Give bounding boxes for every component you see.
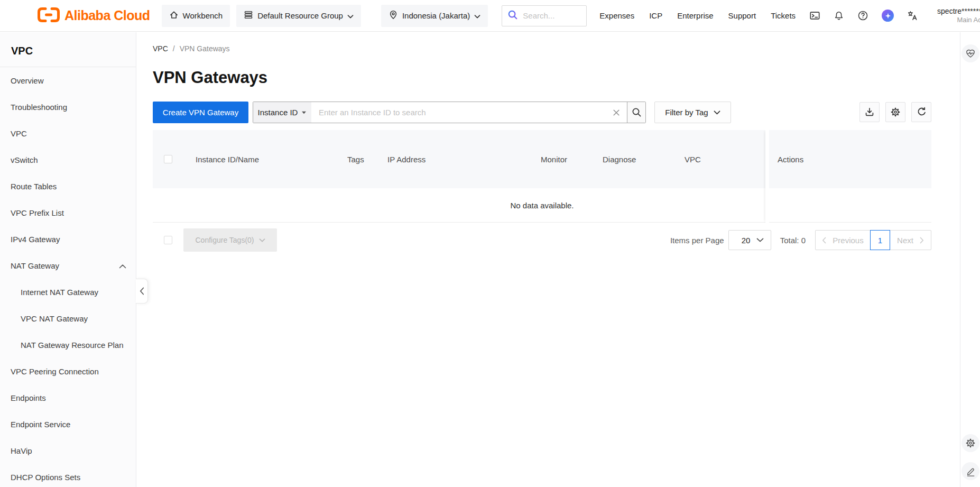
account-info[interactable]: spectre********@... Main Account bbox=[937, 6, 980, 25]
page-title: VPN Gateways bbox=[153, 68, 267, 87]
pencil-icon bbox=[966, 466, 976, 476]
column-instance-id-name: Instance ID/Name bbox=[196, 130, 259, 188]
chevron-down-icon bbox=[714, 111, 720, 115]
configure-tags-button[interactable]: Configure Tags(0) bbox=[183, 228, 277, 252]
column-diagnose: Diagnose bbox=[603, 130, 636, 188]
language-translate-icon[interactable] bbox=[907, 10, 918, 21]
region-label: Indonesia (Jakarta) bbox=[402, 11, 470, 20]
create-vpn-gateway-button[interactable]: Create VPN Gateway bbox=[153, 102, 248, 123]
sidebar-item-dhcp-options-sets[interactable]: DHCP Options Sets bbox=[0, 464, 136, 487]
refresh-icon bbox=[916, 107, 927, 117]
chevron-left-icon bbox=[140, 287, 144, 295]
vpn-gateways-table: Instance ID/Name Tags IP Address Monitor… bbox=[153, 130, 931, 223]
sidebar-item-endpoint-service[interactable]: Endpoint Service bbox=[0, 411, 136, 437]
sidebar-title: VPC bbox=[0, 32, 136, 67]
nav-support[interactable]: Support bbox=[728, 11, 756, 20]
sidebar-item-overview[interactable]: Overview bbox=[0, 67, 136, 94]
sidebar-item-vpc-peering-connection[interactable]: VPC Peering Connection bbox=[0, 358, 136, 384]
search-icon bbox=[507, 10, 518, 22]
filter-by-tag-button[interactable]: Filter by Tag bbox=[654, 102, 731, 123]
gear-icon bbox=[965, 438, 976, 448]
ai-assistant-icon[interactable] bbox=[882, 10, 894, 22]
page-size-value: 20 bbox=[742, 236, 751, 245]
rail-feedback-button[interactable] bbox=[961, 462, 979, 480]
refresh-button[interactable] bbox=[911, 102, 931, 122]
alibaba-cloud-logo[interactable]: Alibaba Cloud bbox=[37, 7, 150, 25]
logo-text: Alibaba Cloud bbox=[64, 8, 150, 23]
sidebar-item-troubleshooting[interactable]: Troubleshooting bbox=[0, 94, 136, 120]
sidebar-item-vpc-nat-gateway[interactable]: VPC NAT Gateway bbox=[0, 305, 136, 332]
sidebar-item-endpoints[interactable]: Endpoints bbox=[0, 384, 136, 411]
configure-tags-label: Configure Tags(0) bbox=[195, 236, 254, 244]
global-search-box[interactable] bbox=[502, 5, 587, 26]
right-utility-rail bbox=[960, 32, 980, 487]
page-1-button[interactable]: 1 bbox=[870, 230, 890, 250]
sidebar-item-route-tables[interactable]: Route Tables bbox=[0, 173, 136, 199]
help-icon[interactable] bbox=[857, 10, 868, 21]
health-check-button[interactable] bbox=[961, 44, 979, 62]
total-count: Total: 0 bbox=[780, 236, 806, 245]
next-page-button[interactable]: Next bbox=[890, 231, 931, 250]
column-settings-button[interactable] bbox=[885, 102, 905, 122]
column-ip-address: IP Address bbox=[387, 130, 426, 188]
previous-page-button[interactable]: Previous bbox=[816, 231, 870, 250]
sidebar: VPC Overview Troubleshooting VPC vSwitch… bbox=[0, 32, 136, 487]
resource-group-icon bbox=[244, 10, 253, 21]
column-actions: Actions bbox=[778, 130, 803, 188]
sidebar-item-vpc[interactable]: VPC bbox=[0, 120, 136, 146]
empty-state-text: No data available. bbox=[510, 201, 574, 210]
resource-group-selector[interactable]: Default Resource Group bbox=[236, 5, 361, 27]
nav-expenses[interactable]: Expenses bbox=[599, 11, 634, 20]
table-footer: Configure Tags(0) Items per Page 20 Tota… bbox=[153, 227, 931, 253]
breadcrumb-vpc-link[interactable]: VPC bbox=[153, 44, 168, 53]
fixed-column-divider bbox=[765, 130, 769, 223]
breadcrumb-current: VPN Gateways bbox=[180, 44, 230, 53]
table-header: Instance ID/Name Tags IP Address Monitor… bbox=[153, 130, 931, 188]
alibaba-cloud-console: Alibaba Cloud Workbench Default Resource… bbox=[0, 0, 980, 487]
breadcrumb-separator: / bbox=[173, 44, 175, 53]
sidebar-collapse-handle[interactable] bbox=[136, 279, 148, 304]
close-icon bbox=[613, 109, 620, 116]
page-size-select[interactable]: 20 bbox=[728, 230, 771, 250]
global-search-input[interactable] bbox=[523, 11, 581, 20]
column-tags: Tags bbox=[347, 130, 364, 188]
account-email: spectre********@... bbox=[937, 6, 980, 16]
top-bar: Alibaba Cloud Workbench Default Resource… bbox=[0, 0, 980, 32]
location-pin-icon bbox=[389, 10, 398, 21]
workbench-button[interactable]: Workbench bbox=[162, 5, 230, 27]
sidebar-item-ipv4-gateway[interactable]: IPv4 Gateway bbox=[0, 226, 136, 252]
export-button[interactable] bbox=[859, 102, 880, 122]
chevron-down-icon bbox=[756, 238, 764, 242]
previous-label: Previous bbox=[833, 236, 863, 245]
items-per-page-label: Items per Page bbox=[670, 236, 724, 245]
next-label: Next bbox=[897, 236, 913, 245]
workbench-label: Workbench bbox=[183, 11, 223, 20]
select-all-checkbox[interactable] bbox=[164, 155, 172, 163]
search-category-label: Instance ID bbox=[258, 108, 298, 117]
nav-icp[interactable]: ICP bbox=[649, 11, 662, 20]
sidebar-item-nat-gateway-resource-plan[interactable]: NAT Gateway Resource Plan bbox=[0, 332, 136, 358]
region-selector[interactable]: Indonesia (Jakarta) bbox=[381, 5, 488, 27]
clear-search-button[interactable] bbox=[606, 102, 627, 123]
pagination: Items per Page 20 Total: 0 Previous 1 Ne… bbox=[670, 227, 931, 253]
rail-settings-button[interactable] bbox=[961, 434, 979, 452]
sidebar-item-internet-nat-gateway[interactable]: Internet NAT Gateway bbox=[0, 279, 136, 305]
instance-search-combo: Instance ID bbox=[253, 102, 646, 123]
notifications-bell-icon[interactable] bbox=[834, 11, 844, 21]
search-category-dropdown[interactable]: Instance ID bbox=[253, 102, 311, 123]
sidebar-item-vswitch[interactable]: vSwitch bbox=[0, 146, 136, 173]
gear-icon bbox=[890, 107, 901, 117]
home-icon bbox=[169, 10, 179, 21]
breadcrumb: VPC / VPN Gateways bbox=[153, 44, 230, 53]
sidebar-item-vpc-prefix-list[interactable]: VPC Prefix List bbox=[0, 199, 136, 226]
nav-enterprise[interactable]: Enterprise bbox=[677, 11, 713, 20]
sidebar-item-havip[interactable]: HaVip bbox=[0, 437, 136, 464]
footer-select-all-checkbox[interactable] bbox=[164, 236, 172, 244]
nav-tickets[interactable]: Tickets bbox=[771, 11, 796, 20]
sidebar-item-nat-gateway[interactable]: NAT Gateway bbox=[0, 252, 136, 279]
instance-search-input[interactable] bbox=[311, 102, 606, 123]
search-submit-button[interactable] bbox=[627, 102, 645, 123]
cloudshell-terminal-icon[interactable] bbox=[809, 10, 820, 21]
download-icon bbox=[864, 107, 875, 117]
resource-group-label: Default Resource Group bbox=[257, 11, 343, 20]
